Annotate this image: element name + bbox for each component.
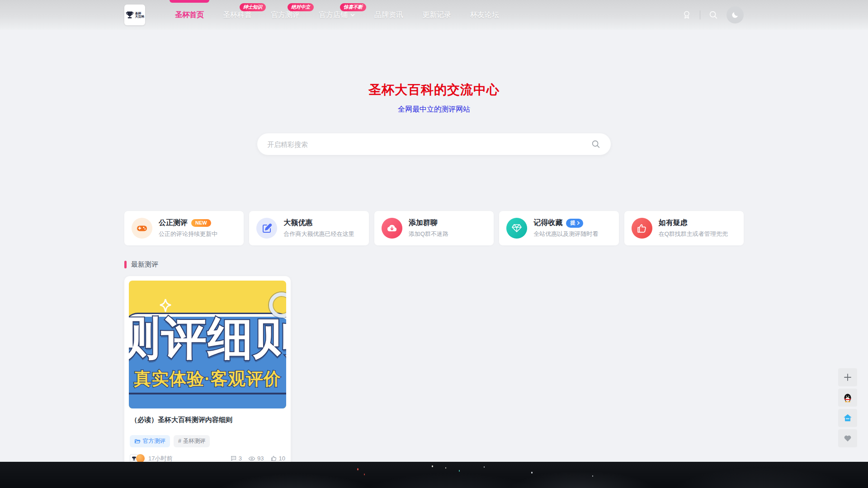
feature-desc: 公正的评论持续更新中 xyxy=(159,230,217,238)
feature-title: 大额优惠 xyxy=(283,218,312,228)
navbar: 圣杯 大百科 圣杯首页 圣杯科普 绅士知识 官方测评 绝对中立 官方店铺 惊喜不… xyxy=(0,0,868,30)
category-tag[interactable]: 官方测评 xyxy=(130,435,170,447)
feature-card-discounts[interactable]: 大额优惠 合作商大额优惠已经在这里 xyxy=(249,211,368,245)
post-time: 17小时前 xyxy=(148,455,172,463)
nav-badge: 绝对中立 xyxy=(288,3,314,11)
latest-section-header: 最新测评 xyxy=(124,260,744,269)
hero-section: 圣杯大百科的交流中心 全网最中立的测评网站 xyxy=(0,30,868,155)
topic-tag[interactable]: # 圣杯测评 xyxy=(174,435,210,447)
thumbs-up-icon xyxy=(632,218,652,239)
footer-light-dot xyxy=(592,475,593,477)
feature-card-join-group[interactable]: 添加群聊 添加Q群不迷路 xyxy=(374,211,494,245)
feature-title: 如有疑虑 xyxy=(659,218,688,228)
nav-label: 杯友论坛 xyxy=(470,10,499,20)
tip-badge-label: 提 xyxy=(570,220,576,226)
chevron-right-icon xyxy=(576,221,580,225)
chevron-down-icon xyxy=(350,12,355,18)
feature-title: 记得收藏 xyxy=(533,218,562,228)
nav-label: 品牌资讯 xyxy=(374,10,403,20)
qq-contact-button[interactable] xyxy=(838,389,857,407)
views-stat: 93 xyxy=(248,455,264,462)
active-tab-indicator xyxy=(170,0,209,3)
site-logo[interactable]: 圣杯 大百科 xyxy=(124,5,145,25)
nav-label: 官方测评 xyxy=(271,10,300,20)
nav-item-changelog[interactable]: 更新记录 xyxy=(422,0,451,30)
nav-badge: 惊喜不断 xyxy=(340,3,366,11)
search-bar[interactable] xyxy=(257,133,611,155)
new-badge: NEW xyxy=(191,219,211,227)
likes-stat: 10 xyxy=(270,455,285,462)
footer-banner xyxy=(0,462,868,488)
feature-card-fair-review[interactable]: 公正测评 NEW 公正的评论持续更新中 xyxy=(124,211,244,245)
search-icon[interactable] xyxy=(708,10,718,20)
floating-action-bar xyxy=(838,368,857,447)
navbar-actions xyxy=(682,6,744,23)
divider xyxy=(700,10,700,19)
logo-text: 圣杯 大百科 xyxy=(135,12,145,18)
nav-label: 官方店铺 xyxy=(319,10,348,20)
feature-title: 添加群聊 xyxy=(409,218,438,228)
post-title[interactable]: （必读）圣杯大百科测评内容细则 xyxy=(131,416,284,424)
section-title: 最新测评 xyxy=(131,260,158,269)
views-count: 93 xyxy=(257,455,264,462)
search-input[interactable] xyxy=(267,141,591,148)
feature-desc: 在Q群找群主或者管理兜兜 xyxy=(659,230,728,238)
footer-light-dot xyxy=(484,466,485,468)
heart-icon xyxy=(843,434,852,443)
nav-item-store[interactable]: 官方店铺 惊喜不断 xyxy=(319,0,355,30)
home-button[interactable] xyxy=(838,409,857,427)
section-accent-bar xyxy=(124,261,127,268)
add-button[interactable] xyxy=(838,368,857,386)
likes-count: 10 xyxy=(279,455,285,462)
search-icon[interactable] xyxy=(591,139,601,149)
feature-desc: 添加Q群不迷路 xyxy=(409,230,448,238)
page-title: 圣杯大百科的交流中心 xyxy=(0,81,868,99)
footer-light-dot xyxy=(364,474,365,475)
qq-penguin-icon xyxy=(842,392,853,403)
feature-desc: 合作商大额优惠已经在这里 xyxy=(283,230,354,238)
award-icon[interactable] xyxy=(682,10,692,20)
cover-headline: 测评细则 xyxy=(129,309,286,370)
folder-icon xyxy=(134,438,141,445)
feature-cards: 公正测评 NEW 公正的评论持续更新中 大额优惠 合作商大额优惠已经在这里 xyxy=(124,211,744,245)
nav-item-forum[interactable]: 杯友论坛 xyxy=(470,0,499,30)
comments-count: 3 xyxy=(239,455,242,462)
feature-card-bookmark[interactable]: 记得收藏 提 全站优惠以及测评随时看 xyxy=(499,211,618,245)
favorite-button[interactable] xyxy=(838,429,857,447)
thumbs-up-icon xyxy=(270,455,277,462)
footer-light-dot xyxy=(459,470,460,472)
tip-badge: 提 xyxy=(566,219,583,228)
feature-card-questions[interactable]: 如有疑虑 在Q群找群主或者管理兜兜 xyxy=(624,211,744,245)
moon-icon xyxy=(731,11,739,19)
cover-tagline: 真实体验·客观评价 xyxy=(134,367,281,390)
page-subtitle: 全网最中立的测评网站 xyxy=(0,105,868,114)
gamepad-icon xyxy=(132,218,152,239)
nav-label: 圣杯科普 xyxy=(223,10,252,20)
post-card[interactable]: 测评细则 真实体验·客观评价 （必读）圣杯大百科测评内容细则 官方测评 # 圣杯… xyxy=(124,276,291,470)
nav-item-science[interactable]: 圣杯科普 绅士知识 xyxy=(223,0,252,30)
nav-label: 更新记录 xyxy=(422,10,451,20)
footer-light-dot xyxy=(432,465,433,467)
home-icon xyxy=(843,413,853,423)
nav-label: 圣杯首页 xyxy=(175,10,204,20)
diamond-icon xyxy=(506,218,527,239)
comment-icon xyxy=(230,455,237,462)
plus-icon xyxy=(843,373,852,382)
feature-desc: 全站优惠以及测评随时看 xyxy=(533,230,598,238)
post-cover-image[interactable]: 测评细则 真实体验·客观评价 xyxy=(129,281,286,408)
post-stats: 3 93 10 xyxy=(230,455,285,462)
trophy-icon xyxy=(125,10,134,19)
nav-item-reviews[interactable]: 官方测评 绝对中立 xyxy=(271,0,300,30)
footer-light-dot xyxy=(531,472,533,474)
nav-badge: 绅士知识 xyxy=(240,3,266,11)
nav-item-brand-news[interactable]: 品牌资讯 xyxy=(374,0,403,30)
edit-icon xyxy=(256,218,277,239)
footer-light-dot xyxy=(357,468,359,470)
cloud-download-icon xyxy=(382,218,402,239)
feature-title: 公正测评 xyxy=(159,218,188,228)
nav-item-home[interactable]: 圣杯首页 xyxy=(175,0,204,30)
main-menu: 圣杯首页 圣杯科普 绅士知识 官方测评 绝对中立 官方店铺 惊喜不断 品牌资讯 xyxy=(175,0,499,30)
comments-stat: 3 xyxy=(230,455,242,462)
dark-mode-toggle[interactable] xyxy=(726,6,744,23)
footer-light-dot xyxy=(445,467,446,469)
